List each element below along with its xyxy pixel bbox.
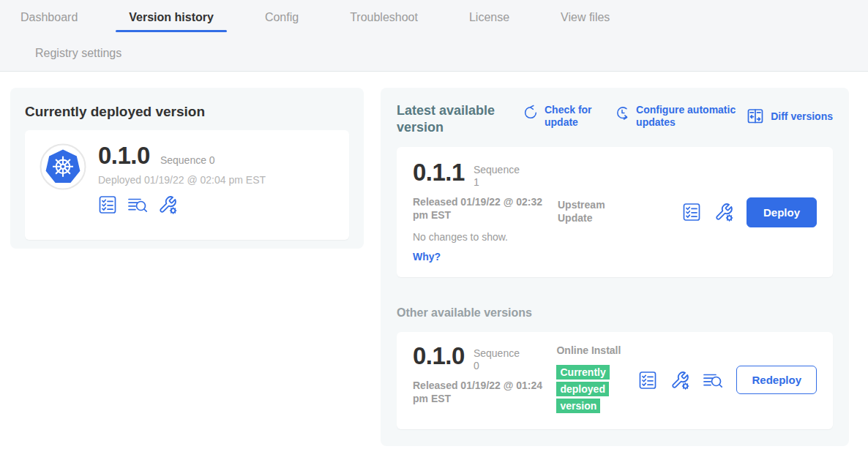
diff-icon [746, 107, 765, 125]
other-version-card: 0.1.0 Sequence 0 Released 01/19/22 @ 01:… [397, 332, 833, 429]
latest-card-actions: Deploy [682, 160, 817, 264]
preflight-checks-icon[interactable] [638, 371, 657, 390]
tab-registry-settings[interactable]: Registry settings [22, 36, 135, 69]
latest-sequence-label: Sequence 1 [474, 160, 525, 189]
configure-automatic-updates-link[interactable]: Configure automatic updates [614, 104, 738, 129]
other-version-info: 0.1.0 Sequence 0 Released 01/19/22 @ 01:… [413, 344, 556, 416]
latest-version-info: 0.1.1 Sequence 1 Released 01/19/22 @ 02:… [413, 160, 558, 264]
currently-deployed-card: 0.1.0 Sequence 0 Deployed 01/19/22 @ 02:… [25, 130, 349, 240]
latest-available-header: Latest available version Check for updat… [397, 102, 833, 135]
config-icon[interactable] [670, 371, 689, 390]
latest-released-timestamp: Released 01/19/22 @ 02:32 pm EST [413, 195, 549, 222]
secondary-nav: Registry settings [0, 36, 868, 71]
latest-version-number: 0.1.1 [413, 160, 465, 184]
config-icon[interactable] [158, 195, 177, 214]
app-header: Dashboard Version history Config Trouble… [0, 0, 868, 72]
other-card-actions: Redeploy [638, 344, 817, 416]
latest-version-source: Upstream Update [558, 160, 640, 264]
preflight-checks-icon[interactable] [98, 195, 117, 214]
refresh-icon [523, 104, 539, 121]
diff-versions-link[interactable]: Diff versions [746, 104, 833, 129]
config-icon[interactable] [714, 203, 733, 222]
deployed-version-info: 0.1.0 Sequence 0 Deployed 01/19/22 @ 02:… [98, 143, 266, 227]
configure-automatic-updates-label: Configure automatic updates [636, 104, 738, 129]
deployed-sequence-label: Sequence 0 [160, 154, 215, 166]
deployed-version-number: 0.1.0 [98, 143, 150, 167]
header-actions: Check for update Configure automatic upd… [508, 102, 833, 129]
available-versions-panel: Latest available version Check for updat… [381, 88, 849, 446]
latest-available-title: Latest available version [397, 102, 508, 135]
deploy-logs-icon[interactable] [703, 371, 723, 390]
tab-license[interactable]: License [456, 0, 523, 34]
diff-versions-label: Diff versions [771, 110, 833, 123]
tab-dashboard[interactable]: Dashboard [7, 0, 91, 34]
other-released-timestamp: Released 01/19/22 @ 01:24 pm EST [413, 379, 549, 405]
other-version-source: Online Install [556, 344, 638, 357]
latest-version-card: 0.1.1 Sequence 1 Released 01/19/22 @ 02:… [397, 147, 833, 277]
currently-deployed-title: Currently deployed version [25, 104, 349, 120]
no-changes-text: No changes to show. [413, 231, 558, 243]
version-history-page: Currently deployed version 0.1.0 Sequenc… [0, 72, 868, 446]
other-version-source-col: Online Install Currently deployed versio… [556, 344, 638, 416]
deployed-timestamp: Deployed 01/19/22 @ 02:04 pm EST [98, 174, 266, 186]
other-sequence-label: Sequence 0 [474, 344, 525, 372]
currently-deployed-panel: Currently deployed version 0.1.0 Sequenc… [10, 88, 364, 249]
preflight-checks-icon[interactable] [682, 203, 701, 222]
deploy-button[interactable]: Deploy [747, 197, 817, 227]
other-versions-title: Other available versions [397, 306, 833, 320]
other-version-number: 0.1.0 [413, 344, 465, 368]
check-for-update-label: Check for update [545, 104, 607, 129]
deployed-card-actions [98, 195, 266, 214]
check-for-update-link[interactable]: Check for update [523, 104, 607, 129]
tab-version-history[interactable]: Version history [116, 0, 227, 34]
tab-troubleshoot[interactable]: Troubleshoot [337, 0, 431, 34]
why-link[interactable]: Why? [413, 251, 441, 263]
tab-config[interactable]: Config [252, 0, 312, 34]
primary-nav: Dashboard Version history Config Trouble… [0, 0, 868, 36]
redeploy-button[interactable]: Redeploy [736, 366, 817, 394]
schedule-update-icon [614, 104, 630, 121]
currently-deployed-badge-wrap: Currently deployed version [556, 364, 626, 415]
currently-deployed-badge: Currently deployed version [556, 365, 609, 413]
kubernetes-logo-icon [40, 143, 86, 190]
deploy-logs-icon[interactable] [127, 195, 148, 214]
tab-view-files[interactable]: View files [547, 0, 623, 34]
